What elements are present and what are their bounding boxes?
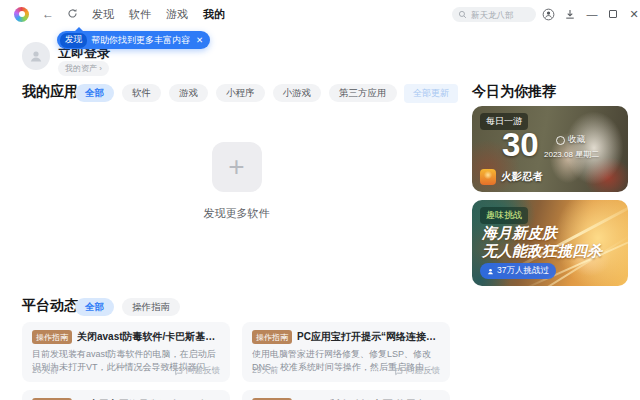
feed-title: 平台动态: [22, 297, 78, 315]
favorite-icon: [556, 136, 565, 145]
tooltip-close-icon[interactable]: ✕: [196, 35, 203, 45]
filter-games[interactable]: 游戏: [169, 84, 208, 102]
download-manager-icon[interactable]: [562, 6, 578, 22]
feed-card-3[interactable]: 操作指南 pc应用宝网络异常修改DNS教程: [22, 390, 230, 400]
search-box[interactable]: [452, 7, 536, 22]
feed-card-time: 29天前: [252, 365, 278, 377]
search-icon: [458, 10, 467, 19]
tab-software[interactable]: 软件: [129, 7, 151, 22]
feed-card-4[interactable]: 操作指南 opengl版本过低/卡死/花屏/闪退，升级显卡驱动…: [242, 390, 450, 400]
challenge-stat-pill: 37万人挑战过: [480, 263, 556, 279]
feed-card-footer: 26天前 问题反馈: [32, 365, 220, 377]
guide-tag: 操作指南: [32, 330, 72, 344]
my-apps-title: 我的应用: [22, 83, 78, 101]
feed-card-title: 关闭avast防毒软件/卡巴斯基减少卡顿现象: [77, 330, 220, 344]
feed-card-time: 26天前: [32, 365, 58, 377]
refresh-icon[interactable]: [67, 8, 78, 21]
add-software-button[interactable]: +: [212, 142, 262, 192]
feed-tab-guide[interactable]: 操作指南: [122, 298, 180, 316]
feed-card-2[interactable]: 操作指南 PC应用宝打开提示“网络连接错误” 使用电脑管家进行网络修复、修复LS…: [242, 322, 450, 382]
my-assets-link[interactable]: 我的资产 ›: [58, 61, 109, 76]
challenge-card[interactable]: 趣味挑战 海月新皮肤 无人能敌狂揽四杀 37万人挑战过: [472, 200, 628, 286]
recommend-title: 今日为你推荐: [472, 83, 556, 101]
discover-tooltip: 发现 帮助你找到更多丰富内容 ✕: [57, 31, 210, 49]
feed-card-head: 操作指南 PC应用宝打开提示“网络连接错误”: [252, 330, 440, 344]
challenge-title-line1: 海月新皮肤: [482, 224, 557, 243]
challenge-title-line2: 无人能敌狂揽四杀: [482, 242, 602, 261]
feedback-link[interactable]: 问题反馈: [394, 365, 440, 377]
tooltip-text: 帮助你找到更多丰富内容: [91, 34, 190, 47]
players-icon: [487, 268, 494, 275]
app-window: ← 发现 软件 游戏 我的 — ✕ 发现 帮助你找到更多丰富内容 ✕: [0, 0, 640, 400]
favorite-row[interactable]: 收藏: [556, 134, 585, 146]
challenge-stat-label: 37万人挑战过: [497, 265, 549, 277]
tab-discover[interactable]: 发现: [92, 7, 114, 22]
search-input[interactable]: [471, 10, 530, 20]
tooltip-badge: 发现: [60, 33, 87, 48]
feedback-label: 问题反馈: [186, 365, 220, 377]
close-icon[interactable]: ✕: [626, 6, 640, 22]
my-apps-filters: 全部 软件 游戏 小程序 小游戏 第三方应用: [75, 84, 397, 102]
game-app-icon: [480, 169, 496, 185]
empty-apps-area: + 发现更多软件: [15, 142, 458, 221]
main-nav: 发现 软件 游戏 我的: [92, 7, 225, 22]
feed-card-1[interactable]: 操作指南 关闭avast防毒软件/卡巴斯基减少卡顿现象 目前发现装有avast防…: [22, 322, 230, 382]
filter-thirdparty[interactable]: 第三方应用: [329, 84, 397, 102]
feedback-label: 问题反馈: [406, 365, 440, 377]
daily-day-number: 30: [502, 128, 539, 161]
filter-software[interactable]: 软件: [122, 84, 161, 102]
feed-card-footer: 29天前 问题反馈: [252, 365, 440, 377]
tab-mine[interactable]: 我的: [203, 7, 225, 22]
feed-tab-all[interactable]: 全部: [75, 298, 114, 316]
feed-card-head: 操作指南 关闭avast防毒软件/卡巴斯基减少卡顿现象: [32, 330, 220, 344]
minimize-icon[interactable]: —: [584, 6, 600, 22]
plus-icon: +: [228, 153, 244, 181]
feedback-link[interactable]: 问题反馈: [174, 365, 220, 377]
feed-card-title: PC应用宝打开提示“网络连接错误”: [297, 330, 440, 344]
feed-tabs: 全部 操作指南: [75, 298, 180, 316]
discover-more-label: 发现更多软件: [15, 206, 458, 221]
update-all-button[interactable]: 全部更新: [404, 84, 458, 103]
maximize-icon[interactable]: [605, 6, 621, 22]
tab-games[interactable]: 游戏: [166, 7, 188, 22]
daily-date: 2023.08 星期二: [544, 149, 599, 160]
back-icon[interactable]: ←: [42, 8, 54, 20]
feedback-icon: [394, 367, 403, 376]
topbar: ← 发现 软件 游戏 我的 — ✕: [0, 0, 640, 28]
app-logo-icon: [14, 7, 29, 22]
game-name: 火影忍者: [501, 170, 543, 184]
filter-all[interactable]: 全部: [75, 84, 114, 102]
favorite-label: 收藏: [568, 134, 585, 146]
guide-tag: 操作指南: [252, 330, 292, 344]
daily-game-card[interactable]: 每日一游 30 收藏 2023.08 星期二 火影忍者: [472, 106, 628, 192]
feedback-icon: [174, 367, 183, 376]
filter-minigames[interactable]: 小游戏: [273, 84, 322, 102]
filter-miniprograms[interactable]: 小程序: [216, 84, 265, 102]
challenge-badge: 趣味挑战: [480, 207, 528, 224]
game-entry[interactable]: 火影忍者: [480, 169, 543, 185]
avatar[interactable]: [22, 42, 50, 70]
account-icon[interactable]: [540, 6, 556, 22]
